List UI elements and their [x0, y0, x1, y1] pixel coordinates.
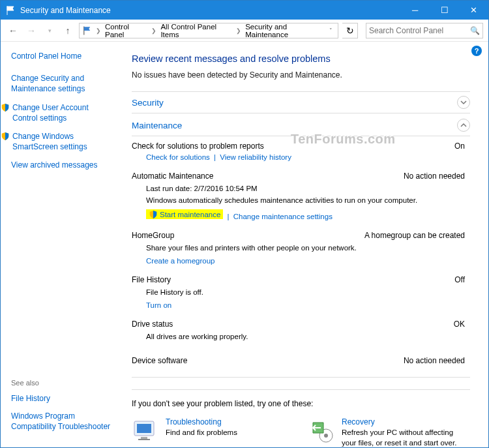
item-title: HomeGroup: [132, 231, 174, 240]
recovery-icon: [308, 417, 335, 445]
section-name: Security: [132, 98, 457, 108]
item-title: Check for solutions to problem reports: [132, 142, 264, 151]
maximize-button[interactable]: ☐: [430, 1, 459, 20]
flag-icon: [82, 25, 92, 36]
item-file-history: File History Off File History is off. Tu…: [132, 270, 470, 314]
sidebar-link-security-maint-settings[interactable]: Change Security and Maintenance settings: [11, 73, 115, 94]
start-maintenance-highlight: Start maintenance: [146, 209, 223, 219]
link-separator: |: [226, 213, 231, 220]
change-maintenance-settings-link[interactable]: Change maintenance settings: [233, 213, 333, 220]
turn-on-file-history-link[interactable]: Turn on: [146, 301, 171, 309]
card-title: Recovery: [342, 417, 464, 426]
card-description: Refresh your PC without affecting your f…: [342, 428, 464, 447]
sidebar-link-archived-messages[interactable]: View archived messages: [11, 160, 115, 170]
nav-up-button[interactable]: ↑: [61, 25, 75, 36]
section-header-security[interactable]: Security: [132, 91, 470, 113]
refresh-button[interactable]: ↻: [342, 23, 358, 38]
flag-icon: [6, 5, 16, 16]
see-also-file-history[interactable]: File History: [11, 393, 115, 404]
nav-toolbar: ← → ▾ ↑ ❯ Control Panel ❯ All Control Pa…: [1, 20, 488, 42]
item-homegroup: HomeGroup A homegroup can be created Sha…: [132, 226, 470, 270]
chevron-right-icon: ❯: [233, 27, 244, 34]
item-status: No action needed: [404, 172, 470, 181]
item-title: Drive status: [132, 320, 173, 329]
sidebar-link-smartscreen-settings[interactable]: Change Windows SmartScreen settings: [12, 131, 115, 152]
window-titlebar: Security and Maintenance ─ ☐ ✕: [1, 1, 488, 20]
nav-forward-button[interactable]: →: [24, 23, 38, 38]
chevron-down-icon[interactable]: [457, 96, 470, 109]
chevron-right-icon: ❯: [149, 27, 159, 34]
item-description: Share your files and printers with other…: [146, 243, 470, 253]
item-description: All drives are working properly.: [146, 331, 470, 342]
section-header-maintenance[interactable]: Maintenance: [132, 115, 470, 136]
page-title: Review recent messages and resolve probl…: [132, 53, 470, 64]
item-status: Off: [454, 275, 470, 284]
last-run-text: Last run date: 2/7/2016 10:54 PM: [146, 183, 470, 194]
shield-icon: [149, 210, 158, 219]
recovery-card[interactable]: Recovery Refresh your PC without affecti…: [308, 417, 464, 447]
minimize-button[interactable]: ─: [400, 1, 430, 20]
main-panel: ? Review recent messages and resolve pro…: [121, 42, 488, 447]
chevron-up-icon[interactable]: [457, 119, 470, 132]
help-button[interactable]: ?: [471, 46, 482, 56]
page-subtitle: No issues have been detected by Security…: [132, 70, 470, 80]
item-title: File History: [132, 275, 171, 284]
item-status: On: [454, 142, 470, 151]
item-status: No action needed: [404, 356, 470, 365]
search-input[interactable]: [369, 26, 470, 35]
card-title: Troubleshooting: [166, 417, 237, 426]
address-dropdown-icon[interactable]: ˅: [329, 27, 335, 34]
item-drive-status: Drive status OK All drives are working p…: [132, 314, 470, 351]
check-solutions-link[interactable]: Check for solutions: [146, 153, 210, 161]
see-also-compat-troubleshooter[interactable]: Windows Program Compatibility Troublesho…: [11, 411, 115, 432]
link-separator: |: [212, 153, 218, 161]
breadcrumb-item[interactable]: All Control Panel Items: [160, 23, 232, 38]
item-title: Automatic Maintenance: [132, 172, 213, 181]
shield-icon: [1, 103, 10, 112]
see-also-section: See also File History Windows Program Co…: [11, 379, 115, 438]
sidebar-link-uac-settings[interactable]: Change User Account Control settings: [12, 102, 115, 123]
item-status: A homegroup can be created: [364, 231, 470, 240]
svg-rect-3: [138, 439, 150, 440]
svg-rect-1: [137, 424, 151, 433]
item-auto-maintenance: Automatic Maintenance No action needed L…: [132, 166, 470, 226]
breadcrumb-item[interactable]: Control Panel: [105, 23, 147, 38]
item-solutions: Check for solutions to problem reports O…: [132, 136, 470, 166]
see-also-header: See also: [11, 379, 115, 387]
item-description: File History is off.: [146, 287, 470, 297]
start-maintenance-link[interactable]: Start maintenance: [160, 211, 220, 218]
close-button[interactable]: ✕: [459, 1, 488, 20]
address-breadcrumb[interactable]: ❯ Control Panel ❯ All Control Panel Item…: [79, 23, 338, 38]
footer-hint: If you don't see your problem listed, tr…: [132, 399, 470, 408]
nav-back-button[interactable]: ←: [6, 23, 20, 38]
footer-area: If you don't see your problem listed, tr…: [132, 389, 470, 447]
svg-rect-2: [141, 437, 147, 439]
shield-icon: [1, 132, 10, 141]
chevron-right-icon: ❯: [93, 27, 104, 34]
search-icon: 🔍: [470, 26, 480, 35]
item-description: Windows automatically schedules maintena…: [146, 195, 470, 205]
card-description: Find and fix problems: [166, 428, 237, 438]
sidebar-home-link[interactable]: Control Panel Home: [11, 51, 115, 61]
create-homegroup-link[interactable]: Create a homegroup: [146, 257, 215, 265]
troubleshooting-icon: [132, 417, 159, 445]
nav-recent-dropdown[interactable]: ▾: [42, 23, 57, 38]
section-name: Maintenance: [132, 121, 457, 130]
search-box[interactable]: 🔍: [366, 23, 483, 38]
item-status: OK: [454, 320, 470, 329]
troubleshooting-card[interactable]: Troubleshooting Find and fix problems: [132, 417, 288, 447]
window-title: Security and Maintenance: [20, 6, 400, 15]
reliability-history-link[interactable]: View reliability history: [220, 153, 291, 161]
item-device-software: Device software No action needed: [132, 351, 470, 378]
item-title: Device software: [132, 356, 187, 365]
breadcrumb-item[interactable]: Security and Maintenance: [245, 23, 327, 38]
sidebar: Control Panel Home Change Security and M…: [1, 42, 121, 447]
svg-point-5: [324, 434, 328, 438]
